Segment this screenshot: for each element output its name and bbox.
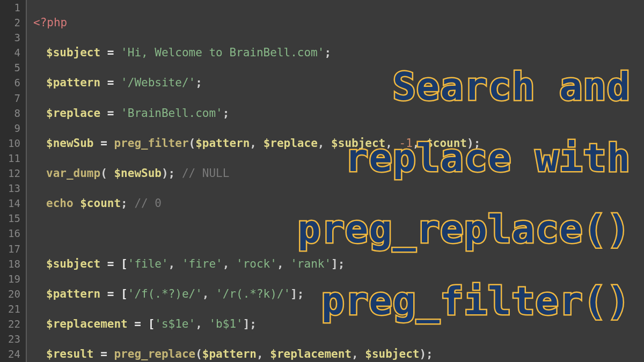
code-editor: 1 2 3 4 5 6 7 8 9 10 11 12 13 14 15 16 1…: [0, 0, 644, 362]
code-line: $replacement = ['s$1e', 'b$1'];: [33, 316, 644, 331]
line-number: 22: [0, 316, 20, 331]
line-number: 14: [0, 196, 20, 211]
line-number: 6: [0, 75, 20, 90]
code-line: $newSub = preg_filter($pattern, $replace…: [33, 136, 644, 151]
line-number: 20: [0, 286, 20, 301]
code-line: $pattern = '/Website/';: [33, 75, 644, 90]
code-line: <?php: [33, 15, 644, 30]
code-line: var_dump( $newSub); // NULL: [33, 166, 644, 181]
line-number: 5: [0, 60, 20, 75]
code-line: $replace = 'BrainBell.com';: [33, 106, 644, 121]
line-number: 23: [0, 331, 20, 346]
line-number: 12: [0, 166, 20, 181]
line-number: 21: [0, 301, 20, 316]
line-number: 16: [0, 226, 20, 241]
code-area[interactable]: <?php $subject = 'Hi, Welcome to BrainBe…: [27, 0, 644, 362]
line-number: 8: [0, 106, 20, 121]
line-number: 15: [0, 211, 20, 226]
code-line: $subject = ['file', 'fire', 'rock', 'ran…: [33, 256, 644, 271]
code-line: echo $count; // 0: [33, 196, 644, 211]
line-number: 10: [0, 136, 20, 151]
line-number: 13: [0, 181, 20, 196]
php-open-tag: <?php: [33, 16, 67, 29]
code-line: $subject = 'Hi, Welcome to BrainBell.com…: [33, 45, 644, 60]
line-number-gutter: 1 2 3 4 5 6 7 8 9 10 11 12 13 14 15 16 1…: [0, 0, 27, 362]
code-line: $pattern = ['/f(.*?)e/', '/r(.*?k)/'];: [33, 286, 644, 301]
line-number: 9: [0, 121, 20, 136]
line-number: 1: [0, 0, 20, 15]
line-number: 24: [0, 346, 20, 361]
line-number: 11: [0, 151, 20, 166]
line-number: 19: [0, 271, 20, 286]
line-number: 18: [0, 256, 20, 271]
line-number: 17: [0, 241, 20, 256]
line-number: 2: [0, 15, 20, 30]
line-number: 4: [0, 45, 20, 60]
line-number: 7: [0, 91, 20, 106]
code-line: $result = preg_replace($pattern, $replac…: [33, 346, 644, 361]
line-number: 3: [0, 30, 20, 45]
code-line: [33, 226, 644, 241]
